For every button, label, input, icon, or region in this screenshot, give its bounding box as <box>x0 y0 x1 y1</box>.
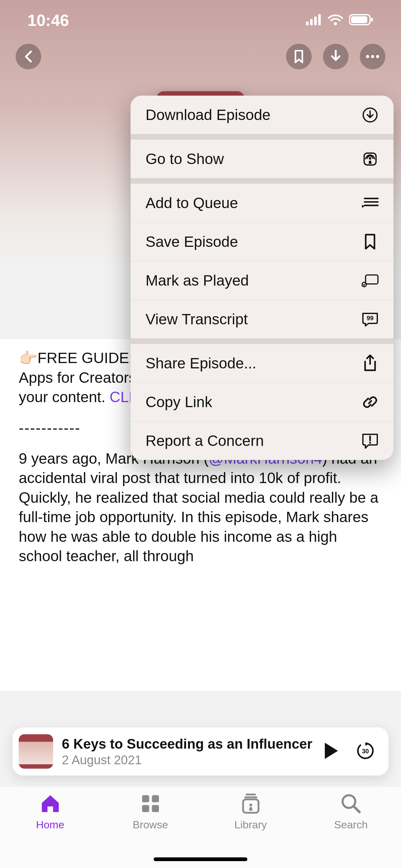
svg-point-8 <box>366 55 369 58</box>
tab-browse[interactable]: Browse <box>100 793 201 868</box>
svg-rect-7 <box>371 18 373 22</box>
menu-go-to-show[interactable]: Go to Show <box>131 140 394 178</box>
svg-point-30 <box>249 804 252 806</box>
download-button[interactable] <box>323 44 348 69</box>
share-icon <box>362 355 378 372</box>
menu-view-transcript[interactable]: View Transcript 99 <box>131 300 394 338</box>
menu-share-episode[interactable]: Share Episode... <box>131 344 394 383</box>
status-time: 10:46 <box>28 11 69 30</box>
browse-icon <box>139 793 162 815</box>
now-playing-date: 2 August 2021 <box>62 753 315 767</box>
menu-save-episode[interactable]: Save Episode <box>131 222 394 261</box>
now-playing-title: 6 Keys to Succeeding as an Influencer <box>62 736 315 752</box>
tab-label: Search <box>334 818 368 831</box>
tab-home[interactable]: Home <box>0 793 100 868</box>
svg-point-10 <box>376 55 379 58</box>
save-bookmark-button[interactable] <box>286 44 312 69</box>
chevron-left-icon <box>24 50 33 63</box>
menu-item-label: Report a Concern <box>145 432 264 449</box>
tab-label: Home <box>36 818 64 831</box>
svg-text:30: 30 <box>362 748 369 754</box>
menu-item-label: Go to Show <box>145 150 224 167</box>
svg-text:99: 99 <box>367 315 373 321</box>
cell-signal-icon <box>306 14 322 27</box>
home-icon <box>39 793 62 815</box>
transcript-icon: 99 <box>362 311 378 328</box>
wifi-icon <box>327 14 343 27</box>
svg-rect-1 <box>310 19 312 25</box>
tab-library[interactable]: Library <box>201 793 301 868</box>
menu-copy-link[interactable]: Copy Link <box>131 383 394 422</box>
bookmark-icon <box>294 50 304 63</box>
back-button[interactable] <box>15 44 41 69</box>
menu-report-concern[interactable]: Report a Concern <box>131 422 394 460</box>
now-playing-artwork <box>19 734 53 769</box>
menu-item-label: Add to Queue <box>145 194 238 212</box>
battery-icon <box>349 14 373 27</box>
svg-line-32 <box>354 806 360 812</box>
svg-point-21 <box>369 442 371 444</box>
link-icon <box>362 394 378 410</box>
nav-row <box>0 41 401 69</box>
report-icon <box>362 432 378 449</box>
svg-rect-0 <box>306 22 308 25</box>
tab-label: Library <box>235 818 267 831</box>
svg-rect-6 <box>351 16 367 23</box>
library-icon <box>239 793 262 815</box>
svg-rect-25 <box>142 805 149 812</box>
podcast-icon <box>362 151 378 167</box>
svg-rect-24 <box>152 795 159 802</box>
svg-rect-26 <box>152 805 159 812</box>
svg-rect-2 <box>314 17 317 25</box>
menu-item-label: View Transcript <box>145 311 248 328</box>
mark-played-icon <box>362 272 378 289</box>
svg-rect-17 <box>366 275 378 284</box>
download-arrow-icon <box>330 50 341 63</box>
menu-mark-as-played[interactable]: Mark as Played <box>131 261 394 300</box>
menu-add-to-queue[interactable]: Add to Queue <box>131 184 394 222</box>
context-menu: Download Episode Go to Show Add to Queue… <box>131 96 394 460</box>
play-button[interactable] <box>324 742 339 761</box>
status-indicators <box>306 14 373 27</box>
search-icon <box>340 793 362 815</box>
queue-icon <box>362 195 378 212</box>
menu-item-label: Download Episode <box>145 106 270 123</box>
status-bar: 10:46 <box>0 0 401 41</box>
skip-forward-30-button[interactable]: 30 <box>356 741 376 762</box>
menu-item-label: Mark as Played <box>145 272 249 289</box>
play-icon <box>324 742 339 760</box>
tab-bar: Home Browse Library Search <box>0 787 401 868</box>
more-button[interactable] <box>360 44 386 69</box>
menu-item-label: Copy Link <box>145 393 212 410</box>
menu-download-episode[interactable]: Download Episode <box>131 96 394 134</box>
svg-rect-3 <box>318 14 321 25</box>
skip-30-icon: 30 <box>356 741 376 761</box>
now-playing-bar[interactable]: 6 Keys to Succeeding as an Influencer 2 … <box>12 727 389 776</box>
svg-rect-23 <box>142 795 149 802</box>
svg-point-9 <box>371 55 374 58</box>
home-indicator[interactable] <box>154 857 247 861</box>
svg-point-4 <box>334 22 337 25</box>
menu-item-label: Save Episode <box>145 233 238 250</box>
now-playing-text: 6 Keys to Succeeding as an Influencer 2 … <box>62 736 315 767</box>
menu-item-label: Share Episode... <box>145 354 257 372</box>
ellipsis-icon <box>366 55 379 58</box>
download-circle-icon <box>362 106 378 123</box>
tab-search[interactable]: Search <box>301 793 401 868</box>
svg-point-13 <box>369 157 371 160</box>
bookmark-icon <box>362 234 378 250</box>
tab-label: Browse <box>133 818 168 831</box>
desc-paragraph: 9 years ago, Mark Harrison (@MarkHarriso… <box>19 449 382 566</box>
